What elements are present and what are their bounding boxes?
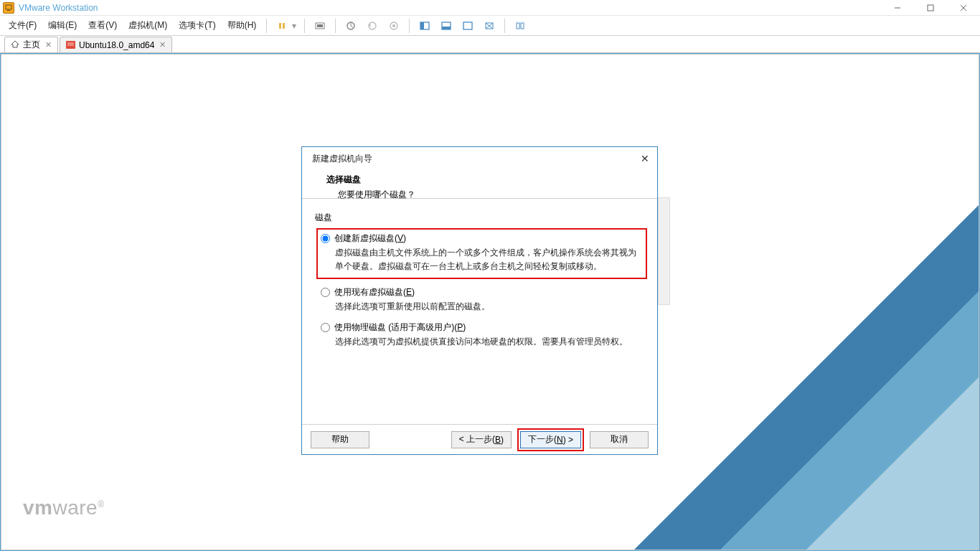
app-icon bbox=[3, 2, 14, 14]
dialog-question: 您要使用哪个磁盘？ bbox=[338, 189, 647, 201]
menu-help[interactable]: 帮助(H) bbox=[223, 17, 261, 34]
snapshot-revert-icon[interactable] bbox=[363, 18, 382, 34]
radio-input[interactable] bbox=[321, 288, 330, 297]
menu-vm[interactable]: 虚拟机(M) bbox=[124, 17, 171, 34]
svg-rect-6 bbox=[279, 23, 281, 29]
minimize-button[interactable] bbox=[881, 0, 914, 16]
option-use-existing-disk: 使用现有虚拟磁盘(E) 选择此选项可重新使用以前配置的磁盘。 bbox=[321, 286, 644, 314]
tab-home[interactable]: 主页 ✕ bbox=[4, 37, 58, 52]
fit-guest-icon[interactable] bbox=[415, 18, 434, 34]
tab-vm-label: Ubuntu18.0_amd64 bbox=[79, 40, 154, 50]
menubar: 文件(F) 编辑(E) 查看(V) 虚拟机(M) 选项卡(T) 帮助(H) ▾ bbox=[0, 16, 980, 36]
radio-label: 创建新虚拟磁盘(V) bbox=[334, 232, 406, 245]
unity-icon[interactable] bbox=[458, 18, 477, 34]
radio-create-new-disk[interactable]: 创建新虚拟磁盘(V) bbox=[321, 232, 641, 245]
maximize-button[interactable] bbox=[914, 0, 947, 16]
home-icon bbox=[11, 40, 19, 50]
library-icon[interactable] bbox=[511, 18, 529, 34]
menu-tabs[interactable]: 选项卡(T) bbox=[174, 17, 220, 34]
home-panel: vmware® 新建虚拟机向导 ✕ 选择磁盘 您要使用哪个磁盘？ 磁盘 创建新虚… bbox=[1, 54, 979, 550]
svg-rect-18 bbox=[463, 22, 472, 29]
dialog-header: 新建虚拟机向导 ✕ 选择磁盘 您要使用哪个磁盘？ bbox=[302, 147, 657, 199]
power-play-icon[interactable] bbox=[273, 18, 291, 34]
separator bbox=[335, 19, 336, 33]
radio-use-existing-disk[interactable]: 使用现有虚拟磁盘(E) bbox=[321, 286, 644, 298]
svg-rect-3 bbox=[928, 5, 933, 11]
disk-group-label: 磁盘 bbox=[315, 212, 644, 224]
option-desc: 虚拟磁盘由主机文件系统上的一个或多个文件组成，客户机操作系统会将其视为单个硬盘。… bbox=[335, 246, 641, 273]
svg-rect-0 bbox=[6, 5, 11, 9]
radio-use-physical-disk[interactable]: 使用物理磁盘 (适用于高级用户)(P) bbox=[321, 321, 644, 334]
next-button-highlight: 下一步(N) > bbox=[517, 428, 584, 451]
scrollbar[interactable] bbox=[658, 197, 670, 305]
new-vm-wizard-dialog: 新建虚拟机向导 ✕ 选择磁盘 您要使用哪个磁盘？ 磁盘 创建新虚拟磁盘(V) 虚… bbox=[301, 146, 658, 455]
radio-label: 使用现有虚拟磁盘(E) bbox=[334, 286, 415, 298]
help-button[interactable]: 帮助 bbox=[311, 431, 369, 448]
dialog-body: 磁盘 创建新虚拟磁盘(V) 虚拟磁盘由主机文件系统上的一个或多个文件组成，客户机… bbox=[302, 199, 657, 362]
next-button[interactable]: 下一步(N) > bbox=[520, 431, 581, 448]
option-create-new-disk: 创建新虚拟磁盘(V) 虚拟磁盘由主机文件系统上的一个或多个文件组成，客户机操作系… bbox=[316, 228, 647, 279]
window-title: VMware Workstation bbox=[19, 3, 98, 13]
tab-vm-ubuntu[interactable]: Ubuntu18.0_amd64 ✕ bbox=[60, 37, 172, 52]
separator bbox=[266, 19, 267, 33]
menu-edit[interactable]: 编辑(E) bbox=[44, 17, 81, 34]
svg-point-13 bbox=[392, 24, 395, 27]
dialog-section-title: 选择磁盘 bbox=[326, 174, 647, 186]
close-icon[interactable]: ✕ bbox=[45, 40, 52, 50]
vm-icon bbox=[66, 41, 75, 49]
dialog-title: 新建虚拟机向导 bbox=[312, 153, 647, 165]
tab-home-label: 主页 bbox=[23, 39, 40, 51]
menu-file[interactable]: 文件(F) bbox=[4, 17, 41, 34]
send-cad-icon[interactable] bbox=[311, 18, 329, 34]
vmware-logo: vmware® bbox=[23, 496, 105, 519]
close-icon[interactable]: ✕ bbox=[639, 152, 651, 165]
svg-rect-1 bbox=[7, 10, 10, 11]
dialog-footer: 帮助 < 上一步(B) 下一步(N) > 取消 bbox=[302, 424, 657, 454]
close-button[interactable] bbox=[947, 0, 980, 16]
svg-rect-20 bbox=[517, 23, 519, 29]
separator bbox=[304, 19, 305, 33]
svg-rect-9 bbox=[317, 24, 323, 27]
svg-rect-21 bbox=[521, 23, 524, 29]
tab-strip: 主页 ✕ Ubuntu18.0_amd64 ✕ bbox=[0, 36, 980, 53]
svg-rect-17 bbox=[442, 27, 451, 29]
radio-label: 使用物理磁盘 (适用于高级用户)(P) bbox=[334, 321, 466, 334]
close-icon[interactable]: ✕ bbox=[159, 40, 166, 50]
cancel-button[interactable]: 取消 bbox=[590, 431, 649, 448]
window-controls bbox=[881, 0, 980, 16]
snapshot-manager-icon[interactable] bbox=[385, 18, 403, 34]
stretch-icon[interactable] bbox=[480, 18, 499, 34]
menu-view[interactable]: 查看(V) bbox=[84, 17, 121, 34]
radio-input[interactable] bbox=[321, 323, 330, 332]
window-titlebar: VMware Workstation bbox=[0, 0, 980, 16]
separator bbox=[504, 19, 505, 33]
radio-input[interactable] bbox=[321, 234, 330, 243]
snapshot-take-icon[interactable] bbox=[341, 18, 360, 34]
svg-rect-7 bbox=[283, 23, 285, 29]
back-button[interactable]: < 上一步(B) bbox=[451, 431, 512, 448]
content-area: vmware® 新建虚拟机向导 ✕ 选择磁盘 您要使用哪个磁盘？ 磁盘 创建新虚… bbox=[0, 53, 980, 551]
separator bbox=[409, 19, 410, 33]
svg-rect-15 bbox=[420, 22, 424, 29]
option-desc: 选择此选项可为虚拟机提供直接访问本地硬盘的权限。需要具有管理员特权。 bbox=[335, 335, 644, 349]
option-use-physical-disk: 使用物理磁盘 (适用于高级用户)(P) 选择此选项可为虚拟机提供直接访问本地硬盘… bbox=[321, 321, 644, 349]
fullscreen-icon[interactable] bbox=[437, 18, 456, 34]
option-desc: 选择此选项可重新使用以前配置的磁盘。 bbox=[335, 300, 644, 314]
chevron-down-icon[interactable]: ▾ bbox=[291, 21, 297, 31]
